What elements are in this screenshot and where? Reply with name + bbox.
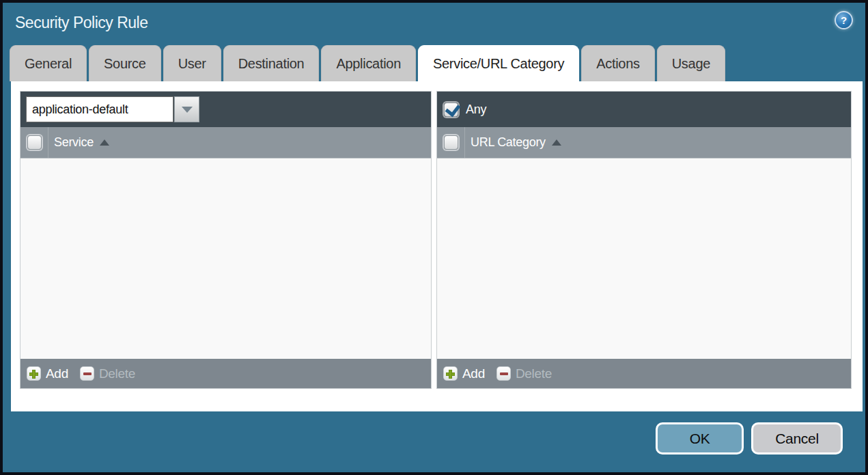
any-label: Any <box>466 103 486 117</box>
service-panel-header <box>20 92 431 127</box>
url-category-add-button[interactable]: Add <box>443 366 485 381</box>
minus-icon <box>496 366 511 381</box>
service-type-combobox <box>26 96 199 122</box>
ok-button[interactable]: OK <box>656 422 744 454</box>
service-add-button[interactable]: Add <box>27 366 68 381</box>
url-category-panel: Any URL Category Add <box>436 91 852 389</box>
sort-ascending-icon <box>552 139 561 146</box>
url-category-delete-button[interactable]: Delete <box>496 366 552 381</box>
service-select-all-checkbox[interactable] <box>27 135 42 150</box>
service-list <box>20 159 431 359</box>
service-column-header: Service <box>20 127 431 159</box>
service-type-dropdown-button[interactable] <box>174 96 199 122</box>
service-type-input[interactable] <box>26 96 173 122</box>
url-category-column-sort[interactable]: URL Category <box>465 135 561 150</box>
tab-usage[interactable]: Usage <box>657 45 725 81</box>
url-category-column-label: URL Category <box>471 135 546 150</box>
service-panel-footer: Add Delete <box>20 359 431 388</box>
service-column-sort[interactable]: Service <box>48 135 109 150</box>
security-policy-rule-dialog: Security Policy Rule ? General Source Us… <box>0 0 868 475</box>
url-category-panel-header: Any <box>437 92 851 127</box>
tab-general[interactable]: General <box>10 45 87 81</box>
dialog-content: Service Add Delete An <box>11 81 863 411</box>
service-column-label: Service <box>54 135 94 150</box>
plus-icon <box>443 366 458 381</box>
tab-bar: General Source User Destination Applicat… <box>10 45 725 81</box>
chevron-down-icon <box>182 107 193 113</box>
url-category-select-all-checkbox[interactable] <box>444 135 458 150</box>
tab-service-url-category[interactable]: Service/URL Category <box>418 45 579 81</box>
tab-actions[interactable]: Actions <box>581 45 655 81</box>
cancel-button[interactable]: Cancel <box>751 422 843 454</box>
tab-application[interactable]: Application <box>321 45 416 81</box>
titlebar: Security Policy Rule <box>3 3 865 42</box>
dialog-button-row: OK Cancel <box>656 422 843 454</box>
sort-ascending-icon <box>100 139 109 146</box>
tab-source[interactable]: Source <box>89 45 161 81</box>
tab-user[interactable]: User <box>163 45 221 81</box>
url-category-panel-footer: Add Delete <box>437 359 851 388</box>
service-panel: Service Add Delete <box>20 91 432 389</box>
help-icon[interactable]: ? <box>835 11 853 29</box>
dialog-title: Security Policy Rule <box>15 14 148 32</box>
url-category-list <box>437 159 851 359</box>
minus-icon <box>80 366 94 381</box>
tab-destination[interactable]: Destination <box>223 45 320 81</box>
service-delete-button[interactable]: Delete <box>80 366 135 381</box>
url-category-column-header: URL Category <box>437 127 851 159</box>
plus-icon <box>27 366 41 381</box>
help-glyph: ? <box>841 14 847 26</box>
any-checkbox[interactable] <box>444 103 458 117</box>
